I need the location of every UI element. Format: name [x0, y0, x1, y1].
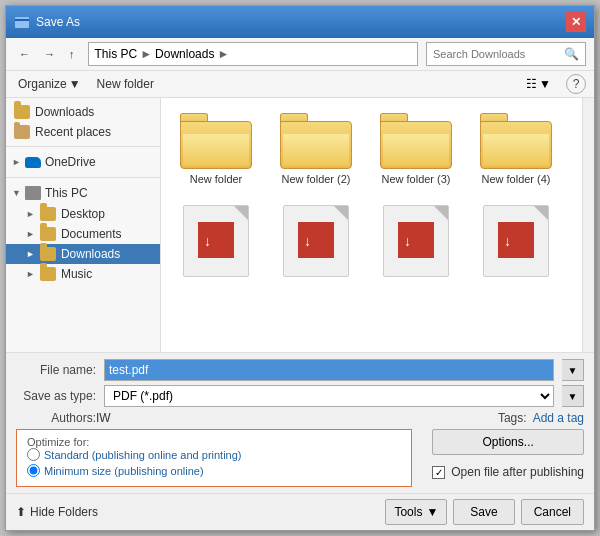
cancel-button[interactable]: Cancel	[521, 499, 584, 525]
chevron-down-icon: ►	[12, 157, 21, 167]
sidebar-item-downloads-fav[interactable]: Downloads	[6, 102, 160, 122]
file-pane: New folder New folder (2) New folder (3)	[161, 98, 582, 352]
nav-toolbar: ← → ↑ This PC ► Downloads ► 🔍	[6, 38, 594, 71]
save-type-row: Save as type: PDF (*.pdf) ▼	[16, 385, 584, 407]
min-size-radio[interactable]	[27, 464, 40, 477]
file-item-new-folder-3[interactable]: New folder (3)	[371, 108, 461, 190]
chevron-down-icon2: ▼	[12, 188, 21, 198]
chevron-icon: ►	[26, 209, 35, 219]
tags-add-link[interactable]: Add a tag	[533, 411, 584, 425]
pdf-icon: ↓	[183, 205, 249, 277]
sidebar-item-downloads[interactable]: ► Downloads	[6, 244, 160, 264]
pdf-icon: ↓	[283, 205, 349, 277]
file-item-pdf-2[interactable]: ↓	[271, 200, 361, 282]
open-file-checkbox[interactable]: ✓	[432, 466, 445, 479]
title-bar: Save As ✕	[6, 6, 594, 38]
svg-text:↓: ↓	[504, 233, 511, 249]
search-box[interactable]: 🔍	[426, 42, 586, 66]
pdf-logo-icon: ↓	[404, 228, 428, 252]
standard-radio[interactable]	[27, 448, 40, 461]
save-as-dialog: Save As ✕ ← → ↑ This PC ► Downloads ► 🔍 …	[5, 5, 595, 531]
sidebar-item-music[interactable]: ► Music	[6, 264, 160, 284]
save-type-select[interactable]: PDF (*.pdf)	[104, 385, 554, 407]
savetype-dropdown-button[interactable]: ▼	[562, 385, 584, 407]
up-button[interactable]: ↑	[64, 45, 80, 63]
breadcrumb-sep2: ►	[217, 47, 229, 61]
folder-icon	[40, 207, 56, 221]
file-name-input[interactable]	[104, 359, 554, 381]
sidebar-item-recent[interactable]: Recent places	[6, 122, 160, 142]
close-button[interactable]: ✕	[566, 12, 586, 32]
sidebar: Downloads Recent places ► OneDrive ▼ Thi…	[6, 98, 161, 352]
forward-button[interactable]: →	[39, 45, 60, 63]
scrollbar[interactable]	[582, 98, 594, 352]
sidebar-label: Music	[61, 267, 92, 281]
bottom-panel: File name: ▼ Save as type: PDF (*.pdf) ▼…	[6, 352, 594, 493]
file-item-new-folder-2[interactable]: New folder (2)	[271, 108, 361, 190]
optimize-box: Optimize for: Standard (publishing onlin…	[16, 429, 412, 487]
view-button[interactable]: ☷ ▼	[519, 74, 558, 94]
file-label: New folder	[190, 173, 243, 185]
bottom-actions: ⬆ Hide Folders Tools ▼ Save Cancel	[6, 493, 594, 530]
standard-radio-row: Standard (publishing online and printing…	[27, 448, 401, 461]
file-label: New folder (3)	[381, 173, 450, 185]
chevron-icon: ►	[26, 269, 35, 279]
breadcrumb[interactable]: This PC ► Downloads ►	[88, 42, 419, 66]
sidebar-divider2	[6, 177, 160, 178]
back-button[interactable]: ←	[14, 45, 35, 63]
pdf-icon: ↓	[483, 205, 549, 277]
chevron-icon: ►	[26, 249, 35, 259]
sidebar-label: This PC	[45, 186, 88, 200]
optimize-label: Optimize for:	[27, 436, 89, 448]
sidebar-section-onedrive[interactable]: ► OneDrive	[6, 151, 160, 173]
organize-chevron-icon: ▼	[69, 77, 81, 91]
options-button[interactable]: Options...	[432, 429, 584, 455]
tags-label: Tags:	[498, 411, 527, 425]
pdf-icon: ↓	[383, 205, 449, 277]
sidebar-label: OneDrive	[45, 155, 96, 169]
chevron-icon: ►	[26, 229, 35, 239]
action-buttons: Tools ▼ Save Cancel	[385, 499, 584, 525]
standard-radio-label: Standard (publishing online and printing…	[44, 449, 242, 461]
search-input[interactable]	[433, 48, 564, 60]
filename-dropdown-button[interactable]: ▼	[562, 359, 584, 381]
file-item-new-folder[interactable]: New folder	[171, 108, 261, 190]
file-item-pdf-1[interactable]: ↓	[171, 200, 261, 282]
help-button[interactable]: ?	[566, 74, 586, 94]
save-type-label: Save as type:	[16, 389, 96, 403]
dialog-title: Save As	[36, 15, 80, 29]
pdf-logo-icon: ↓	[204, 228, 228, 252]
sidebar-section-thispc[interactable]: ▼ This PC	[6, 182, 160, 204]
view-chevron-icon: ▼	[539, 77, 551, 91]
file-item-new-folder-4[interactable]: New folder (4)	[471, 108, 561, 190]
optimize-options-row: Optimize for: Standard (publishing onlin…	[16, 429, 584, 487]
file-label: New folder (2)	[281, 173, 350, 185]
svg-rect-0	[15, 17, 29, 28]
min-radio-row: Minimum size (publishing online)	[27, 464, 401, 477]
view-icon: ☷	[526, 77, 537, 91]
save-button[interactable]: Save	[453, 499, 514, 525]
folder-icon	[40, 227, 56, 241]
sidebar-item-documents[interactable]: ► Documents	[6, 224, 160, 244]
svg-text:↓: ↓	[404, 233, 411, 249]
dialog-icon	[14, 14, 30, 30]
sidebar-item-desktop[interactable]: ► Desktop	[6, 204, 160, 224]
right-panel: Options... ✓ Open file after publishing	[422, 429, 584, 479]
tools-chevron-icon: ▼	[426, 505, 438, 519]
breadcrumb-sep1: ►	[140, 47, 152, 61]
hide-folders-icon: ⬆	[16, 505, 26, 519]
sidebar-label: Desktop	[61, 207, 105, 221]
file-item-pdf-4[interactable]: ↓	[471, 200, 561, 282]
tools-button[interactable]: Tools ▼	[385, 499, 447, 525]
folder-icon	[14, 105, 30, 119]
authors-label: Authors:	[16, 411, 96, 425]
open-file-label: Open file after publishing	[451, 465, 584, 479]
hide-folders-button[interactable]: ⬆ Hide Folders	[16, 505, 98, 519]
file-name-row: File name: ▼	[16, 359, 584, 381]
new-folder-button[interactable]: New folder	[93, 75, 158, 93]
svg-rect-1	[15, 19, 29, 21]
organize-button[interactable]: Organize ▼	[14, 75, 85, 93]
file-item-pdf-3[interactable]: ↓	[371, 200, 461, 282]
sidebar-label: Downloads	[35, 105, 94, 119]
sidebar-label: Downloads	[61, 247, 120, 261]
